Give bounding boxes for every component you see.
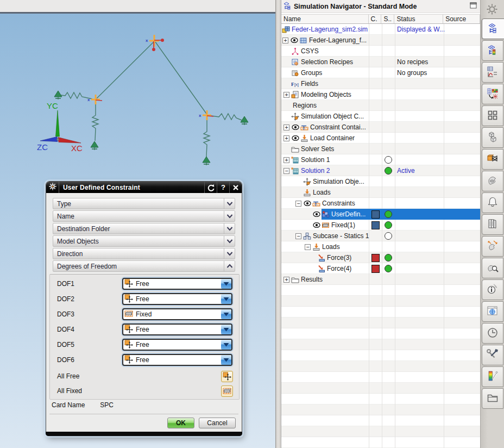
tree-row-fixed-1[interactable]: Fixed(1) [281,220,480,231]
expand-icon[interactable]: + [284,135,289,141]
tree-row-csys[interactable]: CSYS [281,46,480,57]
tab-screen-layout[interactable] [482,105,503,126]
tree-row-feder-lagerung-f[interactable]: +Feder-Lagerung_f... [281,35,480,46]
chevron-down-icon[interactable] [221,294,231,304]
tree-row-results[interactable]: +Results [281,274,480,285]
column-header-name[interactable]: Name [281,15,369,23]
tree-row-force-4[interactable]: Force(4) [281,263,480,274]
visibility-eye-icon[interactable] [291,123,300,131]
dialog-resize-bar[interactable] [46,432,242,436]
tab-visual-reports[interactable] [482,366,503,387]
dialog-menu-button[interactable] [46,182,59,193]
tree-row-modeling-objects[interactable]: +Modeling Objects [281,89,480,100]
tree-row-simulation-object-c[interactable]: Simulation Object C... [281,111,480,122]
tab-examine-model[interactable] [482,258,503,278]
tree-row-constraints[interactable]: −Constraints [281,198,480,209]
expand-icon[interactable]: + [284,157,289,163]
help-button[interactable]: ? [217,182,229,193]
tree-row-solver-sets[interactable]: Solver Sets [281,144,480,154]
visibility-eye-icon[interactable] [312,210,321,218]
column-header-row[interactable]: NameC.S..StatusSource [281,14,480,24]
section-model-objects[interactable]: Model Objects [53,235,235,247]
chevron-down-icon[interactable] [224,211,235,221]
collapse-icon[interactable]: − [295,233,301,239]
tab-measure[interactable] [482,236,503,257]
expand-icon[interactable]: + [284,277,289,283]
tab-simulation-navigator[interactable] [482,18,504,39]
dof6-dropdown[interactable]: Free [122,354,232,366]
section-name[interactable]: Name [53,210,235,222]
dof3-dropdown[interactable]: Fixed [122,308,232,320]
chevron-down-icon[interactable] [224,248,235,259]
section-degrees-of-freedom[interactable]: Degrees of Freedom [53,260,235,272]
tab-hd3d-tools[interactable] [482,84,503,104]
ok-button[interactable]: OK [167,418,194,428]
graphics-viewport[interactable]: x x x YC ZC XC User Defined Constrai [0,0,275,448]
dof5-dropdown[interactable]: Free [122,339,232,351]
chevron-down-icon[interactable] [224,223,235,234]
section-destination-folder[interactable]: Destination Folder [53,223,235,234]
tree-row-subcase-statics-1[interactable]: −Subcase - Statics 1 [281,231,480,241]
tree-row-solution-1[interactable]: +Solution 1 [281,154,480,165]
tree-row-loads[interactable]: Loads [281,187,480,198]
column-header-c[interactable]: C. [369,15,382,23]
tree-row-force-3[interactable]: Force(3) [281,252,480,263]
visibility-eye-icon[interactable] [312,221,321,229]
chevron-up-icon[interactable] [224,261,235,271]
panel-splitter[interactable] [275,0,281,448]
collapse-icon[interactable]: − [305,244,311,250]
section-direction[interactable]: Direction [53,248,235,259]
status-dot-cell[interactable] [382,220,395,231]
tree-row-fields[interactable]: F[x]Fields [281,78,480,89]
all-fixed-button[interactable] [221,385,233,397]
expand-icon[interactable]: + [284,92,289,98]
column-header-source[interactable]: Source [443,15,480,23]
tree-row-feder-lagerung-sim2-sim[interactable]: Feder-Lagerung_sim2.simDisplayed & W... [281,24,480,35]
tab-information[interactable] [482,279,503,300]
tab-model-compare[interactable] [482,149,503,170]
chevron-down-icon[interactable] [221,325,231,334]
collapse-icon[interactable]: − [295,201,301,207]
tree-row-selection-recipes[interactable]: Selection RecipesNo recipes [281,57,480,67]
close-button[interactable] [229,182,242,193]
chevron-down-icon[interactable] [221,309,231,319]
tree-row-load-container[interactable]: +Load Container [281,133,480,144]
status-dot-cell[interactable] [382,154,395,165]
status-dot-cell[interactable] [382,209,395,220]
dof1-dropdown[interactable]: Free [122,278,232,290]
dof2-dropdown[interactable]: Free [122,293,232,305]
reset-button[interactable] [204,182,217,193]
settings-gear-icon[interactable] [486,3,499,17]
all-free-button[interactable] [221,371,233,382]
tab-utilities[interactable] [482,345,503,365]
chevron-down-icon[interactable] [224,198,235,209]
tab-web-browser[interactable] [482,301,503,322]
color-swatch-cell[interactable] [369,209,382,220]
tab-xy-function-navigator[interactable] [482,62,503,83]
tree-row-constraint-contai[interactable]: +Constraint Contai... [281,122,480,133]
cancel-button[interactable]: Cancel [199,418,236,428]
tab-history[interactable] [482,323,503,344]
chevron-down-icon[interactable] [221,355,231,365]
chevron-down-icon[interactable] [221,279,231,289]
chevron-down-icon[interactable] [224,236,235,246]
tab-reuse-library[interactable] [482,214,503,235]
tree-row-regions[interactable]: Regions [281,100,480,111]
tab-folders[interactable] [482,388,503,409]
undock-icon[interactable] [470,2,477,10]
tree-row-solution-2[interactable]: −Solution 2Active [281,165,480,176]
color-swatch-cell[interactable] [369,220,382,231]
status-dot-cell[interactable] [382,165,395,176]
tab-post-processing-navigator[interactable] [482,40,503,61]
visibility-eye-icon[interactable] [290,36,299,44]
expand-icon[interactable]: + [282,38,288,43]
status-dot-cell[interactable] [382,231,395,241]
tab-assembly-navigator[interactable] [482,127,503,148]
tree-row-loads[interactable]: −Loads [281,241,480,252]
chevron-down-icon[interactable] [221,340,231,350]
tree-row-groups[interactable]: GroupsNo groups [281,67,480,78]
expand-icon[interactable]: + [284,125,289,130]
tree-row-userdefin[interactable]: UserDefin... [281,209,480,220]
status-dot-cell[interactable] [382,252,395,263]
visibility-eye-icon[interactable] [303,200,312,207]
